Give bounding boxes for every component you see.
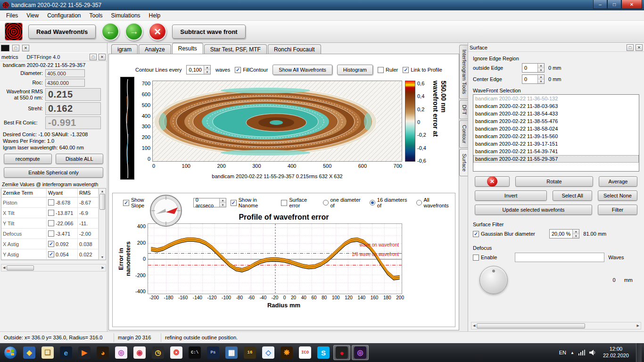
interferogram-taskbar-button[interactable]: ◉ (131, 345, 148, 360)
radio-icon[interactable] (370, 200, 375, 206)
average-button[interactable]: Average (599, 176, 637, 187)
fringe-viewer-taskbar-button[interactable]: ◎ (113, 345, 130, 360)
dftfringe-logo-icon[interactable] (5, 23, 23, 41)
angle-compass-dial[interactable] (149, 194, 182, 227)
back-button[interactable]: ← (101, 23, 119, 41)
wavefront-list-item[interactable]: bandicam 2020-02-22 11-39-15-560 (473, 132, 639, 140)
stop-button[interactable]: ✕ (149, 23, 166, 41)
gaussian-percent-spinner[interactable]: 20,00 % (549, 229, 579, 239)
one-diameter-radio[interactable]: one diameter of (323, 197, 365, 208)
cube-viewer-taskbar-button[interactable]: ◇ (260, 345, 277, 360)
defocus-knob[interactable] (479, 266, 508, 294)
zernike-term-checkbox[interactable] (48, 220, 54, 226)
metrics-float-button[interactable]: □ (90, 54, 97, 60)
checkbox-icon[interactable] (473, 231, 479, 237)
outside-edge-spinner[interactable]: 0 (522, 63, 545, 73)
tab-ronchi-foucault[interactable]: Ronchi Foucault (268, 44, 321, 54)
contour-plot[interactable] (152, 81, 402, 162)
link-to-profile-checkbox[interactable]: Link to Profile (403, 67, 442, 73)
recompute-button[interactable]: recompute (4, 154, 52, 164)
diameter-field[interactable] (45, 69, 85, 77)
wavefront-list-item[interactable]: bandicam 2020-02-22 11-55-29-357 (473, 155, 639, 163)
flame-app-taskbar-button[interactable]: ❋ (278, 345, 295, 360)
forward-button[interactable]: → (125, 23, 143, 41)
profile-plot[interactable]: wave on wavefront 1/6 wave on wavefront (148, 223, 402, 294)
network-icon[interactable] (578, 350, 585, 355)
wavefront-list-item[interactable]: bandicam 2020-02-22 11-54-39-741 (473, 148, 639, 155)
photoshop-taskbar-button[interactable]: Ps (205, 345, 222, 360)
scroll-thumb[interactable] (99, 194, 105, 210)
surface-float-button[interactable]: □ (627, 44, 634, 51)
tab-star-test-psf-mtf[interactable]: Star Test, PSF, MTF (204, 44, 267, 54)
wavefront-list-item[interactable]: bandicam 2020-02-22 11-38-03-963 (473, 102, 639, 110)
menu-item-configuration[interactable]: Configuration (43, 11, 85, 20)
dock-float-button[interactable]: □ (12, 45, 19, 51)
zernike-term-checkbox[interactable] (48, 230, 54, 237)
side-tab-interferogram-tools[interactable]: Interferogram Tools (459, 45, 468, 99)
show-nanometers-checkbox[interactable]: Show in Nanome (231, 197, 277, 208)
spinner-arrows-icon[interactable] (204, 66, 210, 74)
roc-field[interactable] (45, 79, 85, 87)
scroll-down-icon[interactable]: ▼ (101, 255, 104, 260)
metrics-hscrollbar[interactable]: ◀ ▶ (1, 264, 106, 272)
menu-item-view[interactable]: View (22, 11, 43, 20)
wavefront-list-item[interactable]: bandicam 2020-02-22 11-38-58-024 (473, 125, 639, 132)
update-selected-button[interactable]: Update selected wavefonts (475, 205, 592, 215)
calculator-taskbar-button[interactable]: ▦ (223, 345, 240, 360)
hidden-icons-button[interactable]: ▲ (570, 351, 574, 355)
show-desktop-button[interactable] (636, 343, 642, 362)
radio-icon[interactable] (323, 200, 329, 206)
side-tab-contour[interactable]: Contour (459, 120, 468, 148)
wavefront-list[interactable]: bandicam 2020-02-22 11-36-50-132bandicam… (473, 94, 639, 172)
center-edge-spinner[interactable]: 0 (522, 74, 545, 84)
delete-wavefront-button[interactable]: ✕ (475, 176, 510, 187)
archiver-taskbar-button[interactable]: ◆ (21, 345, 38, 360)
spinner-arrows-icon[interactable] (537, 75, 544, 83)
invert-button[interactable]: Invert (475, 190, 547, 201)
wavefront-list-item[interactable]: bandicam 2020-02-22 11-38-55-476 (473, 117, 639, 125)
contour-step-spinner[interactable]: 0,100 (186, 65, 211, 74)
side-tab-surface[interactable]: Surface (459, 149, 468, 176)
maximize-button[interactable]: □ (607, 0, 621, 9)
defocus-input[interactable] (515, 253, 604, 262)
menu-item-tools[interactable]: Tools (85, 11, 107, 20)
start-button[interactable] (1, 344, 19, 361)
skype-taskbar-button[interactable]: S (315, 345, 332, 360)
command-prompt-taskbar-button[interactable]: C:\ (186, 345, 203, 360)
wavefront-list-item[interactable]: bandicam 2020-02-22 11-38-54-433 (473, 110, 639, 117)
select-all-button[interactable]: Select All (553, 190, 592, 201)
internet-explorer-taskbar-button[interactable]: e (58, 345, 74, 360)
browser-taskbar-button[interactable]: ◕ (94, 345, 111, 360)
subtract-wavefront-button[interactable]: Subtract wave front (172, 25, 245, 39)
surface-hscrollbar[interactable]: ◀ ▶ (471, 322, 641, 329)
ruler-checkbox[interactable]: Ruler (378, 67, 398, 73)
side-tab-dft[interactable]: DFT (459, 100, 468, 119)
dftfringe-taskbar-button[interactable]: ◎ (352, 345, 369, 360)
checkbox-icon[interactable] (123, 200, 129, 206)
bandicam-taskbar-button[interactable]: ● (333, 345, 350, 360)
read-wavefront-button[interactable]: Read Wavefront/s (28, 25, 96, 39)
wavefront-list-item[interactable]: bandicam 2020-02-22 11-39-17-151 (473, 140, 639, 148)
histogram-button[interactable]: Histogram (337, 65, 373, 75)
zernike-term-checkbox[interactable] (48, 241, 54, 247)
enable-spherical-button[interactable]: Enable Spherical only (4, 167, 103, 178)
volume-icon[interactable] (589, 350, 596, 355)
metrics-close-button[interactable]: ✕ (99, 54, 106, 60)
media-player-taskbar-button[interactable]: ▶ (76, 345, 93, 360)
surface-close-button[interactable]: ✕ (636, 44, 643, 51)
disable-all-button[interactable]: Disable ALL (56, 154, 104, 164)
minimize-button[interactable]: – (593, 0, 607, 9)
scroll-up-icon[interactable]: ▲ (101, 189, 104, 194)
fill-contour-checkbox[interactable]: FillContour (235, 67, 268, 73)
tab-analyze[interactable]: Analyze (139, 44, 171, 54)
filter-button[interactable]: Filter (598, 205, 637, 215)
rotate-button[interactable]: Rotate (515, 176, 593, 187)
sixteen-diameters-radio[interactable]: 16 diameters of (370, 197, 412, 208)
defocus-enable-checkbox[interactable]: Enable (473, 255, 497, 261)
checkbox-icon[interactable] (281, 200, 287, 206)
scroll-thumb[interactable] (477, 323, 585, 329)
show-all-wavefronts-button[interactable]: Show All Wavefronts (272, 65, 332, 75)
surface-error-checkbox[interactable]: Surface error (281, 197, 318, 208)
checkbox-icon[interactable] (378, 67, 384, 73)
spinner-arrows-icon[interactable] (572, 230, 579, 238)
